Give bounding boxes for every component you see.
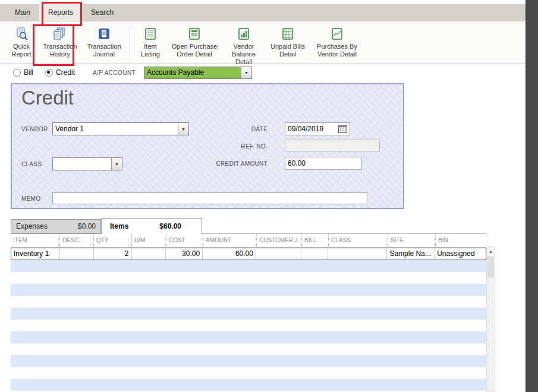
credit-amount-value: 60.00 xyxy=(288,159,306,167)
transaction-history-icon xyxy=(54,26,67,41)
toolbar-button-label: Vendor Balance Detail xyxy=(225,43,263,67)
vendor-value: Vendor 1 xyxy=(53,123,178,135)
vendor-balance-detail-button[interactable]: Vendor Balance Detail xyxy=(222,25,266,68)
table-cell[interactable] xyxy=(60,248,94,260)
table-row-empty[interactable] xyxy=(11,284,486,296)
open-purchase-order-detail-icon xyxy=(188,26,201,41)
toolbar-button-label: Transaction History xyxy=(41,43,79,58)
column-header[interactable]: QTY xyxy=(93,234,131,247)
item-listing-icon xyxy=(144,26,157,41)
class-combobox[interactable]: ▼ xyxy=(52,157,122,170)
column-header[interactable]: CLASS xyxy=(328,234,388,247)
ribbon-tab-bar: Main Reports Search xyxy=(0,4,526,21)
toolbar-button-label: Unpaid Bills Detail xyxy=(269,43,307,58)
table-cell[interactable] xyxy=(256,248,301,260)
table-cell[interactable] xyxy=(328,248,388,260)
quick-report-button[interactable]: Quick Report xyxy=(5,25,38,59)
calendar-icon[interactable] xyxy=(338,125,347,133)
column-header[interactable]: BIN xyxy=(435,234,486,247)
window-right-edge xyxy=(526,0,538,392)
items-tab-amount: $60.00 xyxy=(159,222,181,230)
ap-account-combobox[interactable]: Accounts Payable ▼ xyxy=(144,67,252,79)
bill-radio-group[interactable]: Bill xyxy=(13,68,33,77)
credit-amount-field[interactable]: 60.00 xyxy=(285,157,362,170)
credit-form-panel: Credit VENDOR Vendor 1 ▼ DATE 09/04/2019… xyxy=(11,83,404,209)
credit-radio[interactable] xyxy=(45,69,53,77)
ref-no-field[interactable] xyxy=(285,140,380,151)
item-listing-button[interactable]: Item Listing xyxy=(134,25,167,59)
bill-radio[interactable] xyxy=(13,69,21,77)
vendor-combobox[interactable]: Vendor 1 ▼ xyxy=(52,122,189,135)
credit-radio-group[interactable]: Credit xyxy=(45,68,75,77)
chevron-down-icon[interactable]: ▼ xyxy=(178,123,188,135)
date-value: 09/04/2019 xyxy=(288,125,323,133)
table-row-empty[interactable] xyxy=(11,272,486,284)
vendor-balance-detail-icon xyxy=(237,26,250,41)
scroll-up-icon[interactable]: ▲ xyxy=(487,247,495,257)
table-scrollbar[interactable]: ▲ xyxy=(486,246,495,392)
table-row-empty[interactable] xyxy=(11,260,486,272)
class-label: CLASS xyxy=(21,161,42,167)
table-cell[interactable] xyxy=(132,248,166,260)
table-row-empty[interactable] xyxy=(11,331,486,343)
tab-reports[interactable]: Reports xyxy=(39,4,82,21)
credit-radio-label: Credit xyxy=(56,68,75,77)
toolbar-button-label: Purchases By Vendor Detail xyxy=(313,43,361,58)
chevron-down-icon[interactable]: ▼ xyxy=(241,67,251,78)
table-row[interactable]: Inventory 1230.0060.00Sample Na...Unassi… xyxy=(11,248,486,260)
credit-form-title: Credit xyxy=(21,87,74,109)
column-header[interactable]: U/M xyxy=(131,234,166,247)
credit-amount-label: CREDIT AMOUNT xyxy=(201,160,268,167)
date-field[interactable]: 09/04/2019 xyxy=(285,122,350,135)
column-header[interactable]: AMOUNT xyxy=(203,234,256,247)
table-cell[interactable]: 30.00 xyxy=(166,248,203,260)
table-row-empty[interactable] xyxy=(11,379,486,391)
tab-search[interactable]: Search xyxy=(82,4,122,21)
purchases-by-vendor-detail-button[interactable]: Purchases By Vendor Detail xyxy=(310,25,364,59)
expenses-tab-label: Expenses xyxy=(16,222,48,230)
items-tab-label: Items xyxy=(110,222,128,230)
column-header[interactable]: SITE xyxy=(388,234,435,247)
table-cell[interactable]: 60.00 xyxy=(203,248,256,260)
memo-field[interactable] xyxy=(52,192,367,204)
table-cell[interactable]: Sample Na... xyxy=(387,248,435,260)
items-table-body: Inventory 1230.0060.00Sample Na...Unassi… xyxy=(11,248,486,392)
table-row-empty[interactable] xyxy=(11,355,486,367)
purchases-by-vendor-detail-icon xyxy=(331,26,344,41)
column-header[interactable]: BILL... xyxy=(301,234,328,247)
toolbar-button-label: Transaction Journal xyxy=(85,43,123,58)
table-row-empty[interactable] xyxy=(11,343,486,355)
reports-toolbar: Quick Report Transaction History Transac… xyxy=(0,21,526,64)
tab-main[interactable]: Main xyxy=(6,4,39,21)
transaction-journal-icon xyxy=(97,26,111,41)
table-row-empty[interactable] xyxy=(11,367,486,379)
table-cell[interactable]: Inventory 1 xyxy=(11,248,60,260)
column-header[interactable]: ITEM xyxy=(11,234,59,247)
open-purchase-order-detail-button[interactable]: Open Purchase Order Detail xyxy=(167,25,222,59)
toolbar-button-label: Open Purchase Order Detail xyxy=(170,43,219,58)
column-header[interactable]: COST xyxy=(166,234,203,247)
table-cell[interactable] xyxy=(301,248,328,260)
ref-no-label: REF. NO. xyxy=(208,143,268,150)
table-cell[interactable]: Unassigned xyxy=(435,248,486,260)
transaction-journal-button[interactable]: Transaction Journal xyxy=(82,25,126,59)
column-header[interactable]: DESC... xyxy=(59,234,93,247)
ap-account-label: A/P ACCOUNT xyxy=(93,69,136,76)
chevron-down-icon[interactable]: ▼ xyxy=(111,158,122,170)
column-header[interactable]: CUSTOMER:J... xyxy=(256,234,301,247)
bill-radio-label: Bill xyxy=(24,68,33,77)
transaction-history-button[interactable]: Transaction History xyxy=(38,25,82,59)
unpaid-bills-detail-button[interactable]: Unpaid Bills Detail xyxy=(266,25,310,59)
table-row-empty[interactable] xyxy=(11,296,486,308)
table-row-empty[interactable] xyxy=(11,308,486,320)
quick-report-icon xyxy=(15,26,28,41)
tab-items[interactable]: Items $60.00 xyxy=(101,218,202,234)
toolbar-button-label: Item Listing xyxy=(137,43,164,58)
items-table-header: ITEMDESC...QTYU/MCOSTAMOUNTCUSTOMER:J...… xyxy=(11,234,486,248)
items-table: ITEMDESC...QTYU/MCOSTAMOUNTCUSTOMER:J...… xyxy=(11,233,486,392)
enter-bills-window: Main Reports Search Quick Report Transac… xyxy=(0,0,538,392)
table-row-empty[interactable] xyxy=(11,320,486,331)
scrollbar-thumb[interactable] xyxy=(487,257,494,277)
table-cell[interactable]: 2 xyxy=(94,248,132,260)
tab-expenses[interactable]: Expenses $0.00 xyxy=(11,219,101,233)
